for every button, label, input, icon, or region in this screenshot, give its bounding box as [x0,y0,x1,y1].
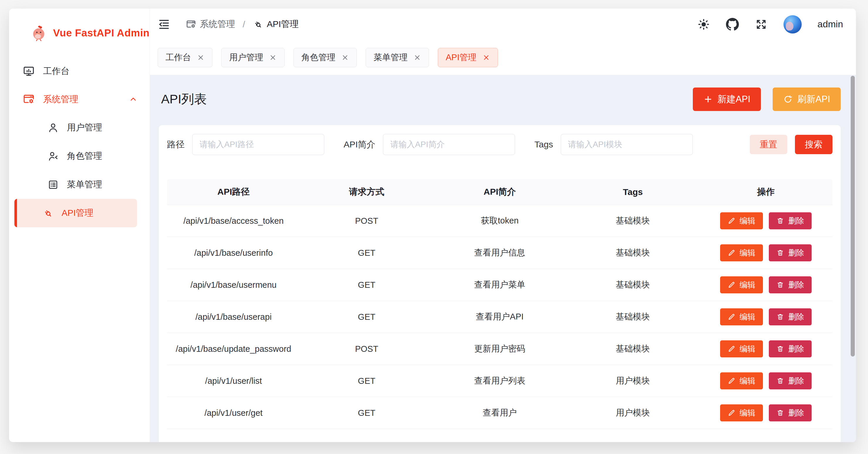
api-path-cell: /api/v1/user/list [167,365,300,397]
edit-button[interactable]: 编辑 [720,276,763,293]
user-avatar[interactable] [783,15,802,33]
actions-cell: 编辑 删除 [699,301,833,333]
breadcrumb: 系统管理 / API管理 [186,18,697,30]
tab-label: 角色管理 [301,52,335,63]
method-cell: GET [300,301,433,333]
actions-cell: 编辑 删除 [699,269,833,301]
tab-2[interactable]: 角色管理 [293,48,357,67]
actions-cell: 编辑 删除 [699,333,833,365]
trash-icon [776,217,784,225]
summary-cell: 查看用户 [433,397,566,429]
tab-label: 菜单管理 [374,52,408,63]
pencil-icon [728,281,735,289]
vertical-scrollbar-thumb[interactable] [851,76,855,357]
pencil-icon [728,217,735,225]
create-api-button[interactable]: 新建API [693,87,761,111]
trash-icon [776,313,784,321]
delete-button[interactable]: 删除 [769,340,812,358]
edit-button[interactable]: 编辑 [720,404,763,421]
actions-cell: 编辑 删除 [699,205,833,237]
refresh-api-button[interactable]: 刷新API [773,87,841,111]
tab-close-icon[interactable] [341,54,349,61]
top-right-cluster: admin [697,15,843,33]
edit-button[interactable]: 编辑 [720,212,763,229]
tags-cell: 用户模块 [566,365,700,397]
github-icon[interactable] [726,18,739,31]
sidebar-collapse-icon[interactable] [158,18,170,31]
app-title: Vue FastAPI Admin [53,27,150,39]
tab-label: 用户管理 [229,52,263,63]
summary-filter-input[interactable] [383,134,515,155]
plus-icon [703,94,713,104]
table-row-4: /api/v1/base/update_password POST 更新用户密码… [167,333,833,365]
delete-button[interactable]: 删除 [769,404,812,421]
breadcrumb-separator: / [240,19,247,29]
summary-cell: 查看用户菜单 [433,269,566,301]
system-icon [186,19,196,30]
tab-4[interactable]: API管理 [438,48,498,67]
tab-label: 工作台 [165,52,191,63]
tags-cell: 基础模块 [566,269,700,301]
tab-close-icon[interactable] [197,54,205,61]
tags-filter-input[interactable] [561,134,693,155]
sidebar-subitem-0[interactable]: 用户管理 [14,113,137,142]
tab-0[interactable]: 工作台 [158,48,213,67]
monitor-icon [23,65,35,77]
actions-cell: 编辑 删除 [699,397,833,429]
sidebar-subitem-1[interactable]: 角色管理 [14,142,137,170]
edit-button[interactable]: 编辑 [720,308,763,325]
app-window: Vue FastAPI Admin 工作台 系统管理 用户管理 [9,8,856,442]
edit-button[interactable]: 编辑 [720,244,763,261]
tags-cell: 基础模块 [566,301,700,333]
tab-3[interactable]: 菜单管理 [366,48,429,67]
path-filter-input[interactable] [192,134,324,155]
sidebar-item-label: 系统管理 [43,93,120,106]
summary-cell: 查看用户API [433,301,566,333]
sidebar-subitem-3[interactable]: API管理 [14,199,137,227]
edit-button[interactable]: 编辑 [720,340,763,358]
tab-1[interactable]: 用户管理 [221,48,285,67]
sidebar-subitem-label: 用户管理 [67,121,102,134]
trash-icon [776,377,784,385]
table-row-5: /api/v1/user/list GET 查看用户列表 用户模块 编辑 [167,365,833,397]
username[interactable]: admin [817,19,843,30]
actions-cell: 编辑 删除 [699,237,833,269]
theme-toggle-sun-icon[interactable] [697,18,710,31]
top-bar: 系统管理 / API管理 admin [150,8,856,40]
edit-button[interactable]: 编辑 [720,372,763,389]
delete-button[interactable]: 删除 [769,244,812,261]
pencil-icon [728,313,735,321]
app-logo[interactable]: Vue FastAPI Admin [9,8,150,57]
delete-button[interactable]: 删除 [769,276,812,293]
page-header: API列表 新建API 刷新API [159,86,841,113]
table-row-0: /api/v1/base/access_token POST 获取token 基… [167,205,833,237]
breadcrumb-api[interactable]: API管理 [253,18,299,30]
tags-cell: 基础模块 [566,205,700,237]
sidebar-item-system[interactable]: 系统管理 [9,85,150,113]
sidebar-item-workbench[interactable]: 工作台 [9,57,150,85]
tab-close-icon[interactable] [413,54,421,61]
api-path-cell: /api/v1/base/access_token [167,205,300,237]
tab-close-icon[interactable] [269,54,277,61]
refresh-icon [783,94,793,104]
page-title: API列表 [161,91,693,108]
sidebar-submenu: 用户管理 角色管理 菜单管理 API管理 [9,113,150,227]
fullscreen-icon[interactable] [755,18,768,31]
search-button[interactable]: 搜索 [795,135,833,154]
breadcrumb-system[interactable]: 系统管理 [186,18,235,30]
delete-button[interactable]: 删除 [769,308,812,325]
trash-icon [776,409,784,417]
sidebar-subitem-label: 菜单管理 [67,178,102,191]
delete-button[interactable]: 删除 [769,372,812,389]
tab-close-icon[interactable] [483,54,490,61]
reset-button[interactable]: 重置 [750,135,787,154]
api-path-cell: /api/v1/base/userinfo [167,237,300,269]
table-row-2: /api/v1/base/usermenu GET 查看用户菜单 基础模块 编辑 [167,269,833,301]
col-header-actions: 操作 [699,179,833,205]
submenu-icon [42,208,53,219]
sidebar-subitem-label: 角色管理 [67,150,102,162]
col-header-path: API路径 [167,179,300,205]
delete-button[interactable]: 删除 [769,212,812,229]
table-row-3: /api/v1/base/userapi GET 查看用户API 基础模块 编辑 [167,301,833,333]
sidebar-subitem-2[interactable]: 菜单管理 [14,170,137,199]
